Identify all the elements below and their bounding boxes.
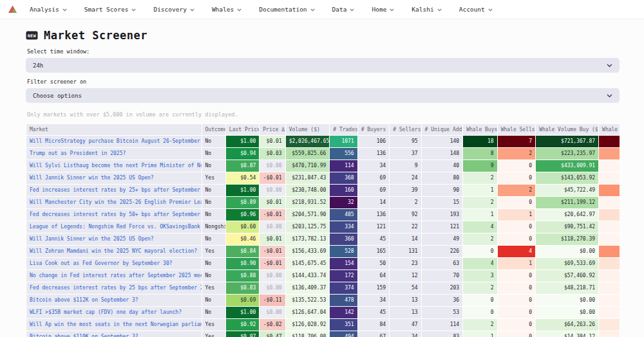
buyers-cell: 159 (357, 282, 389, 295)
outcome-cell: Nongshim Red Force (202, 221, 225, 233)
filter-screener-label: Filter screener on (27, 78, 620, 85)
table-row: Will Sylvi Listhaug become the next Prim… (26, 160, 620, 172)
price-delta-cell: -$0.11 (260, 295, 285, 307)
price-delta-cell: $0.01 (260, 197, 285, 209)
whale-vol-sell-cell (599, 270, 620, 282)
whale-sells-cell: 4 (497, 246, 536, 258)
volume-cell: $559,825.66 (285, 148, 330, 160)
time-window-select[interactable]: 24h (26, 58, 620, 73)
market-link[interactable]: Fed decreases interest rates by 50+ bps … (26, 209, 202, 221)
whale-vol-buy-cell: $223,235.97 (536, 148, 599, 160)
screener-new-icon: NEW (26, 31, 38, 40)
nav-item-whales[interactable]: Whales (212, 6, 242, 13)
table-row: Fed decreases interest rates by 25 bps a… (26, 282, 620, 295)
last-price-cell: $0.46 (225, 233, 259, 246)
market-link[interactable]: Trump out as President in 2025? (26, 148, 202, 160)
table-row: Lisa Cook out as Fed Governor by Septemb… (26, 258, 620, 270)
app-logo-icon[interactable] (8, 5, 18, 14)
market-link[interactable]: Bitcoin above $110K on September 3? (26, 331, 202, 337)
main-nav: AnalysisSmart ScoresDiscoveryWhalesDocum… (30, 6, 493, 13)
svg-text:NEW: NEW (28, 33, 36, 39)
nav-item-account[interactable]: Account (459, 6, 493, 13)
market-link[interactable]: Lisa Cook out as Fed Governor by Septemb… (26, 258, 202, 270)
whale-sells-cell: 2 (497, 148, 536, 160)
unique-addrs-cell: 49 (421, 233, 463, 246)
whale-buys-cell: 2 (463, 233, 497, 246)
nav-item-documentation[interactable]: Documentation (259, 6, 314, 13)
whale-buys-cell: 2 (463, 319, 497, 331)
whale-vol-sell-cell (599, 258, 620, 270)
buyers-cell: 165 (357, 246, 389, 258)
outcome-cell: No (202, 270, 225, 282)
whale-sells-cell: 0 (497, 307, 536, 319)
column-header-outcome: Outcome (202, 124, 225, 136)
nav-item-label: Kalshi (412, 6, 433, 13)
market-link[interactable]: No change in Fed interest rates after Se… (26, 270, 202, 282)
table-row: Will Zohran Mamdani win the 2025 NYC may… (26, 246, 620, 258)
sellers-cell: 92 (390, 209, 421, 221)
page-title-text: Market Screener (44, 29, 147, 42)
nav-item-label: Account (459, 6, 485, 13)
volume-cell: $126,028.92 (285, 319, 330, 331)
outcome-cell: Yes (202, 282, 225, 295)
whale-vol-sell-cell (599, 148, 620, 160)
sellers-cell: 12 (390, 270, 421, 282)
whale-sells-cell: 0 (497, 221, 536, 233)
outcome-cell: Yes (202, 331, 225, 337)
volume-filter-note: Only markets with over $5,000 in volume … (27, 111, 620, 118)
last-price-cell: $0.83 (225, 282, 259, 295)
trades-cell: 528 (330, 246, 357, 258)
column-header-buyers: # Buyers (357, 124, 389, 136)
price-delta-cell: $0.00 (260, 185, 285, 197)
outcome-cell: No (202, 258, 225, 270)
sellers-cell: 54 (390, 282, 421, 295)
market-link[interactable]: Will Manchester City win the 2025-26 Eng… (26, 197, 202, 209)
volume-cell: $470,710.99 (285, 160, 330, 172)
market-link[interactable]: Will Sylvi Listhaug become the next Prim… (26, 160, 202, 172)
market-link[interactable]: Bitcoin above $112K on September 3? (26, 295, 202, 307)
whale-vol-buy-cell: $211,199.12 (536, 197, 599, 209)
whale-sells-cell: 0 (497, 282, 536, 295)
price-delta-cell: -$0.01 (260, 209, 285, 221)
unique-addrs-cell: 121 (421, 221, 463, 233)
price-delta-cell: $0.00 (260, 282, 285, 295)
nav-item-data[interactable]: Data (332, 6, 355, 13)
market-link[interactable]: Fed decreases interest rates by 25 bps a… (26, 282, 202, 295)
unique-addrs-cell: 226 (421, 246, 463, 258)
nav-item-home[interactable]: Home (372, 6, 394, 13)
nav-item-smart-scores[interactable]: Smart Scores (84, 6, 137, 13)
market-link[interactable]: WLFI >$35B market cap (FDV) one day afte… (26, 307, 202, 319)
market-link[interactable]: League of Legends: Nongshim Red Force vs… (26, 221, 202, 233)
nav-item-label: Analysis (30, 6, 59, 13)
outcome-cell: No (202, 197, 225, 209)
market-link[interactable]: Will Zohran Mamdani win the 2025 NYC may… (26, 246, 202, 258)
market-link[interactable]: Will Jannik Sinner win the 2025 US Open? (26, 233, 202, 246)
filter-screener-select[interactable]: Choose options (26, 88, 620, 103)
page-title: NEW Market Screener (26, 29, 620, 42)
column-header-market: Market (26, 124, 202, 136)
outcome-cell: No (202, 160, 225, 172)
price-delta-cell: $0.01 (260, 136, 285, 148)
volume-cell: $144,433.74 (285, 270, 330, 282)
market-link[interactable]: Will Jannik Sinner win the 2025 US Open? (26, 172, 202, 185)
trades-cell: 154 (330, 258, 357, 270)
nav-item-discovery[interactable]: Discovery (153, 6, 194, 13)
sellers-cell: 13 (390, 295, 421, 307)
unique-addrs-cell: 83 (421, 331, 463, 337)
whale-vol-buy-cell: $90,751.42 (536, 221, 599, 233)
whale-vol-sell-cell (599, 282, 620, 295)
buyers-cell: 34 (357, 295, 389, 307)
whale-sells-cell: 0 (497, 172, 536, 185)
price-delta-cell: -$0.01 (260, 258, 285, 270)
market-link[interactable]: Will MicroStrategy purchase Bitcoin Augu… (26, 136, 202, 148)
buyers-cell: 84 (357, 319, 389, 331)
buyers-cell: 136 (357, 148, 389, 160)
whale-buys-cell: 8 (463, 148, 497, 160)
unique-addrs-cell: 15 (421, 197, 463, 209)
nav-item-kalshi[interactable]: Kalshi (412, 6, 441, 13)
unique-addrs-cell: 53 (421, 307, 463, 319)
market-link[interactable]: Fed increases interest rates by 25+ bps … (26, 185, 202, 197)
navbar: AnalysisSmart ScoresDiscoveryWhalesDocum… (0, 0, 644, 19)
nav-item-analysis[interactable]: Analysis (30, 6, 67, 13)
market-link[interactable]: Will Ap win the most seats in the next N… (26, 319, 202, 331)
